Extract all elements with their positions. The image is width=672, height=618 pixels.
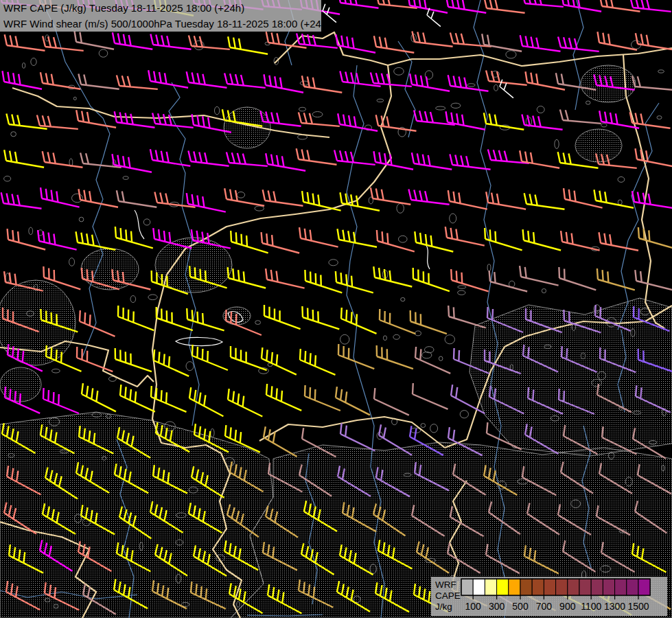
legend-tick-label: 500 bbox=[512, 601, 529, 612]
legend-tick-label: 700 bbox=[536, 601, 553, 612]
legend-cell bbox=[615, 579, 627, 595]
legend-cell bbox=[556, 579, 568, 595]
legend-tick-label: 300 bbox=[489, 601, 505, 612]
legend-cell bbox=[638, 579, 650, 595]
legend-cell bbox=[603, 579, 614, 595]
legend-title-line: WRF bbox=[435, 580, 456, 590]
legend-tick-label: 900 bbox=[559, 601, 576, 612]
legend-cell bbox=[485, 579, 496, 595]
legend-title-line: CAPE bbox=[435, 591, 461, 601]
legend-cell bbox=[461, 579, 473, 595]
legend-cell bbox=[579, 579, 591, 595]
legend-cell bbox=[532, 579, 544, 595]
legend-cell bbox=[509, 579, 520, 595]
weather-map-screen: { "title": { "line1": "WRF CAPE (J/kg) T… bbox=[0, 0, 672, 618]
legend-tick-label: 1500 bbox=[627, 601, 649, 612]
legend-tick-label: 1300 bbox=[604, 601, 625, 612]
legend-cell bbox=[520, 579, 532, 595]
title-line-1: WRF CAPE (J/kg) Tuesday 18-11-2025 18:00… bbox=[3, 0, 321, 16]
legend-cell bbox=[473, 579, 485, 595]
legend-cell bbox=[568, 579, 579, 595]
legend-cell bbox=[544, 579, 555, 595]
map-canvas: 100300500700900110013001500WRFCAPEJ/kg bbox=[0, 0, 672, 618]
title-box: WRF CAPE (J/kg) Tuesday 18-11-2025 18:00… bbox=[0, 0, 321, 32]
cape-legend: 100300500700900110013001500WRFCAPEJ/kg bbox=[431, 577, 667, 616]
cape-region bbox=[575, 129, 622, 162]
legend-cell bbox=[591, 579, 603, 595]
cape-region bbox=[0, 280, 76, 365]
legend-tick-label: 100 bbox=[465, 601, 482, 612]
title-line-2: WRF Wind shear (m/s) 500/1000hPa Tuesday… bbox=[3, 16, 321, 32]
legend-cell bbox=[627, 579, 638, 595]
cape-region bbox=[581, 65, 636, 102]
legend-title-line: J/kg bbox=[435, 602, 452, 612]
legend-tick-label: 1100 bbox=[581, 601, 601, 612]
legend-cell bbox=[497, 579, 509, 595]
